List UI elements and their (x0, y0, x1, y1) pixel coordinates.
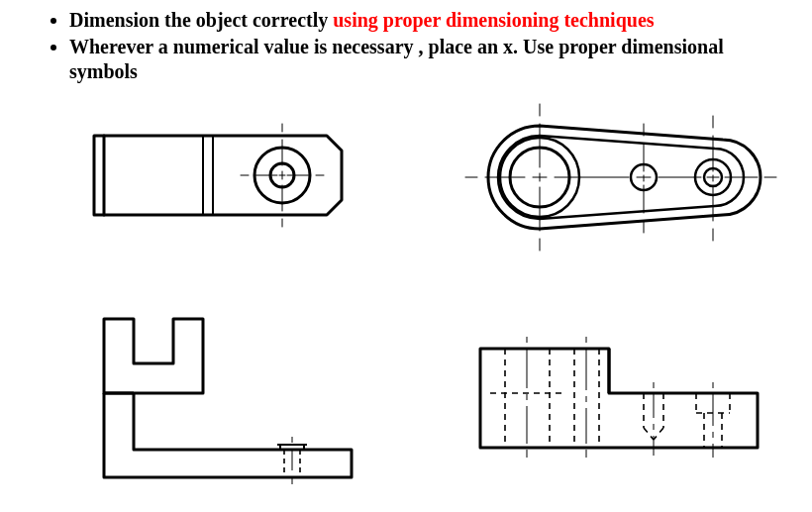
instruction-1-emph: using proper dimensioning techniques (333, 9, 654, 31)
drawing-bottom-left (74, 304, 371, 502)
instruction-item-2: Wherever a numerical value is necessary … (69, 35, 782, 84)
instruction-list: Dimension the object correctly using pro… (45, 8, 782, 84)
instruction-item-1: Dimension the object correctly using pro… (69, 8, 782, 33)
svg-line-72 (654, 428, 663, 440)
drawing-top-right (456, 96, 782, 259)
svg-line-71 (644, 428, 654, 440)
drawing-bottom-right-svg (451, 319, 777, 487)
drawing-top-left-svg (74, 106, 361, 245)
drawing-top-right-svg (456, 96, 782, 259)
drawing-top-left (74, 106, 361, 245)
instruction-2-lead: Wherever a numerical value is necessary … (69, 36, 724, 82)
drawing-bottom-right (451, 319, 777, 487)
instruction-1-lead: Dimension the object correctly (69, 9, 333, 31)
drawing-bottom-left-svg (74, 304, 371, 502)
figures-area (45, 86, 782, 512)
